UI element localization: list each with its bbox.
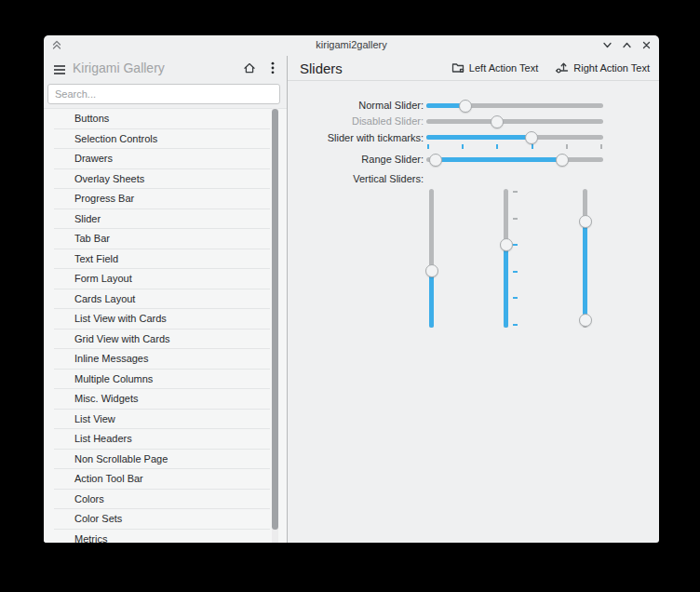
sidebar-item-list-headers[interactable]: List Headers (54, 429, 270, 450)
window-title: kirigami2gallery (44, 39, 659, 50)
sidebar-item-multiple-columns[interactable]: Multiple Columns (54, 370, 270, 390)
slider-handle (491, 115, 504, 128)
slider-fill (583, 222, 587, 320)
tickmarks-slider[interactable] (426, 135, 603, 140)
slider-handle[interactable] (500, 238, 513, 251)
sidebar-item-text-field[interactable]: Text Field (54, 249, 270, 270)
left-action-label: Left Action Text (469, 62, 538, 74)
toolbar: Kirigami Gallery Sliders (44, 56, 659, 81)
main-content: Normal Slider: Disabled Slider: Slider w… (288, 81, 659, 543)
home-icon[interactable] (243, 61, 256, 78)
close-icon[interactable] (641, 40, 652, 50)
slider-fill (429, 271, 434, 328)
tickmarks (428, 144, 601, 149)
disabled-slider-label: Disabled Slider: (288, 115, 424, 127)
vertical-sliders-label: Vertical Sliders: (288, 173, 424, 184)
right-action-button[interactable]: Right Action Text (555, 61, 650, 75)
left-action-button[interactable]: Left Action Text (451, 61, 538, 75)
vertical-range-slider[interactable] (583, 189, 587, 328)
sidebar: Buttons Selection Controls Drawers Overl… (44, 81, 287, 543)
normal-slider-label: Normal Slider: (288, 100, 424, 111)
sidebar-item-grid-view-with-cards[interactable]: Grid View with Cards (54, 330, 270, 350)
sidebar-item-list-view-with-cards[interactable]: List View with Cards (54, 309, 270, 330)
tickmarks (513, 192, 518, 325)
app-window: kirigami2gallery Kirigami Gallery (44, 35, 659, 543)
page-header: Sliders Left Action Text (287, 56, 659, 81)
slider-fill (436, 157, 562, 162)
slider-handle[interactable] (425, 264, 438, 277)
slider-fill (426, 135, 532, 140)
sidebar-item-form-layout[interactable]: Form Layout (54, 269, 270, 289)
tickmarks-slider-label: Slider with tickmarks: (288, 132, 424, 143)
folder-icon (451, 61, 464, 75)
sidebar-item-selection-controls[interactable]: Selection Controls (54, 129, 270, 150)
range-handle-high[interactable] (556, 154, 569, 167)
sidebar-item-action-tool-bar[interactable]: Action Tool Bar (54, 469, 270, 490)
sidebar-item-progress-bar[interactable]: Progress Bar (54, 189, 270, 209)
sidebar-item-misc-widgets[interactable]: Misc. Widgets (54, 389, 270, 410)
sidebar-item-drawers[interactable]: Drawers (54, 149, 270, 169)
hamburger-icon[interactable] (53, 62, 66, 79)
page-title: Sliders (300, 61, 343, 76)
app-title: Kirigami Gallery (73, 61, 165, 75)
sidebar-item-metrics[interactable]: Metrics (54, 530, 270, 544)
search-input[interactable] (47, 84, 280, 104)
minimize-icon[interactable] (602, 40, 612, 50)
sidebar-item-cards-layout[interactable]: Cards Layout (54, 289, 270, 310)
slider-handle[interactable] (459, 100, 472, 113)
adjust-icon (555, 61, 569, 75)
maximize-icon[interactable] (622, 40, 632, 50)
sidebar-item-inline-messages[interactable]: Inline Messages (54, 349, 270, 370)
sidebar-item-list-view[interactable]: List View (54, 410, 270, 430)
range-slider-label: Range Slider: (288, 154, 424, 165)
sidebar-item-tab-bar[interactable]: Tab Bar (54, 229, 270, 249)
normal-slider[interactable] (426, 103, 603, 108)
sidebar-list: Buttons Selection Controls Drawers Overl… (44, 108, 287, 543)
sidebar-item-slider[interactable]: Slider (54, 209, 270, 230)
vertical-slider-1[interactable] (429, 189, 434, 328)
sidebar-header: Kirigami Gallery (44, 56, 287, 81)
range-handle-low[interactable] (429, 154, 442, 167)
sidebar-item-overlay-sheets[interactable]: Overlay Sheets (54, 169, 270, 190)
scrollbar-thumb[interactable] (272, 109, 278, 530)
sidebar-item-non-scrollable-page[interactable]: Non Scrollable Page (54, 450, 270, 470)
range-slider[interactable] (426, 157, 603, 162)
range-handle-high[interactable] (579, 314, 592, 327)
slider-fill (504, 245, 508, 328)
disabled-slider (426, 119, 603, 124)
sidebar-item-buttons[interactable]: Buttons (54, 109, 270, 129)
range-handle-low[interactable] (579, 215, 592, 228)
vertical-slider-2[interactable] (504, 189, 508, 328)
overflow-menu-icon[interactable] (271, 61, 275, 78)
slider-handle[interactable] (525, 131, 538, 144)
sidebar-item-color-sets[interactable]: Color Sets (54, 509, 270, 530)
sidebar-item-colors[interactable]: Colors (54, 490, 270, 510)
right-action-label: Right Action Text (573, 62, 650, 74)
titlebar[interactable]: kirigami2gallery (44, 35, 659, 56)
